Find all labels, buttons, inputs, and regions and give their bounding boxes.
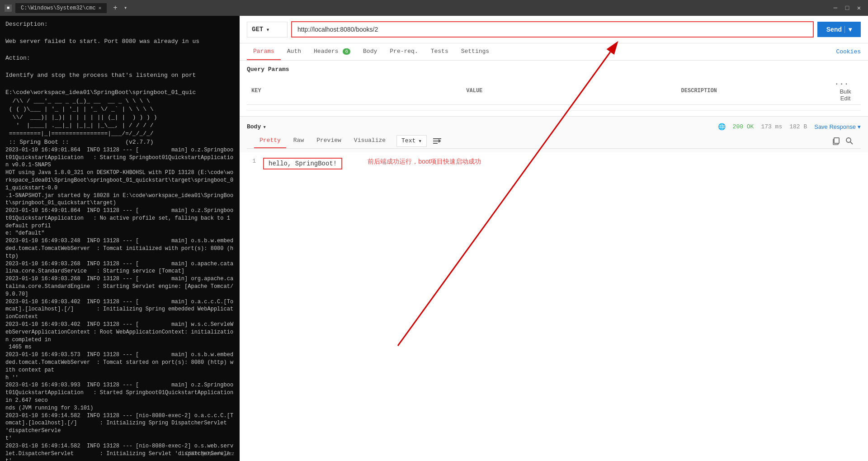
watermark: CSDN @OpenAll_Zzz	[185, 450, 234, 457]
url-bar: GET ▾ Send ▾	[240, 16, 868, 43]
title-bar: ■ C:\Windows\System32\cmc ✕ + ▾ ─ □ ✕	[0, 0, 868, 16]
wrap-icon-wrap	[432, 137, 442, 145]
response-tabs: Pretty Raw Preview Visualize Text ▾	[247, 133, 861, 149]
tab-headers[interactable]: Headers 6	[307, 43, 357, 60]
body-dropdown-icon: ▾	[263, 123, 266, 131]
save-response-button[interactable]: Save Response ▾	[814, 123, 861, 130]
status-code: 200 OK	[733, 123, 754, 130]
body-header: Body ▾ 🌐 200 OK 173 ms 182 B Save Respon…	[247, 120, 861, 133]
more-options-icon[interactable]: ···	[835, 80, 849, 88]
th-actions: ··· Bulk Edit	[830, 77, 861, 105]
response-body: 1 hello, SpringBoot! 前后端成功运行，boot项目快速启动成…	[240, 152, 868, 461]
tab-params[interactable]: Params	[247, 43, 281, 60]
new-tab-icon[interactable]: +	[110, 4, 120, 12]
th-key: KEY	[247, 77, 462, 105]
request-tabs: Params Auth Headers 6 Body Pre-req. Test…	[240, 43, 868, 61]
cmd-panel: Description: Web server failed to start.…	[0, 16, 240, 461]
query-params-section: Query Params KEY VALUE DESCRIPTION ··· B…	[240, 61, 868, 116]
response-time: 173 ms	[761, 123, 782, 130]
annotation-text: 前后端成功运行，boot项目快速启动成功	[368, 158, 481, 166]
spring-banner: /\\ / ___'_ __ _ _(_)_ __ __ _ \ \ \ \ (…	[5, 97, 234, 146]
query-params-title: Query Params	[247, 66, 861, 73]
resp-tab-visualize[interactable]: Visualize	[349, 133, 391, 148]
method-dropdown-icon: ▾	[266, 26, 269, 33]
svg-rect-5	[834, 138, 839, 143]
send-label: Send	[826, 26, 842, 33]
resp-tab-preview[interactable]: Preview	[311, 133, 347, 148]
tab-settings[interactable]: Settings	[455, 43, 495, 60]
line-number: 1	[247, 158, 256, 165]
th-description: DESCRIPTION	[677, 77, 830, 105]
close-icon[interactable]: ✕	[99, 5, 102, 11]
send-dropdown-icon[interactable]: ▾	[844, 26, 852, 33]
cmd-log-lines: 2023-01-10 16:49:01.864 INFO 13128 --- […	[5, 146, 234, 461]
response-actions	[832, 137, 854, 145]
body-section: Body ▾ 🌐 200 OK 173 ms 182 B Save Respon…	[240, 116, 868, 152]
dropdown-arrow-icon[interactable]: ▾	[124, 5, 127, 11]
postman-wrapper: GET ▾ Send ▾ Params Auth	[240, 16, 868, 461]
params-table: KEY VALUE DESCRIPTION ··· Bulk Edit	[247, 77, 861, 111]
tab-tests[interactable]: Tests	[425, 43, 455, 60]
body-label[interactable]: Body ▾	[247, 123, 266, 131]
window-controls: ─ □ ✕	[831, 4, 863, 13]
svg-point-6	[846, 138, 851, 142]
main-area: Description: Web server failed to start.…	[0, 16, 868, 461]
method-select[interactable]: GET ▾	[247, 22, 288, 38]
tab-body[interactable]: Body	[357, 43, 383, 60]
svg-line-7	[850, 142, 853, 144]
cmd-description: Description: Web server failed to start.…	[5, 20, 234, 97]
wrap-lines-icon[interactable]	[432, 137, 442, 145]
table-row	[247, 105, 861, 111]
text-format-dropdown-icon: ▾	[418, 137, 422, 145]
window-icon: ■	[5, 5, 12, 12]
cookies-link[interactable]: Cookies	[836, 48, 861, 55]
tab-auth[interactable]: Auth	[281, 43, 307, 60]
minimize-icon[interactable]: ─	[831, 4, 840, 13]
save-response-dropdown-icon: ▾	[858, 123, 861, 130]
maximize-icon[interactable]: □	[843, 4, 852, 13]
resp-tab-pretty[interactable]: Pretty	[254, 133, 286, 148]
bulk-edit-button[interactable]: Bulk Edit	[835, 88, 856, 102]
response-line-1: 1 hello, SpringBoot! 前后端成功运行，boot项目快速启动成…	[247, 158, 861, 169]
tab-cmd-label: C:\Windows\System32\cmc	[21, 5, 96, 11]
method-label: GET	[252, 26, 263, 33]
postman-panel: GET ▾ Send ▾ Params Auth	[240, 16, 868, 461]
headers-badge: 6	[343, 48, 350, 55]
globe-icon: 🌐	[718, 123, 726, 131]
url-input-wrap	[291, 21, 814, 38]
url-input[interactable]	[291, 21, 814, 38]
resp-tab-raw[interactable]: Raw	[288, 133, 309, 148]
close-window-icon[interactable]: ✕	[854, 4, 863, 13]
tab-prereq[interactable]: Pre-req.	[383, 43, 424, 60]
response-value: hello, SpringBoot!	[263, 158, 342, 169]
text-format-select[interactable]: Text ▾	[396, 135, 427, 147]
tab-cmd[interactable]: C:\Windows\System32\cmc ✕	[15, 3, 107, 13]
response-size: 182 B	[789, 123, 807, 130]
send-button[interactable]: Send ▾	[817, 22, 861, 37]
body-status: 🌐 200 OK 173 ms 182 B Save Response ▾	[718, 123, 861, 131]
th-value: VALUE	[462, 77, 676, 105]
copy-icon[interactable]	[832, 137, 840, 145]
search-icon[interactable]	[845, 137, 854, 145]
